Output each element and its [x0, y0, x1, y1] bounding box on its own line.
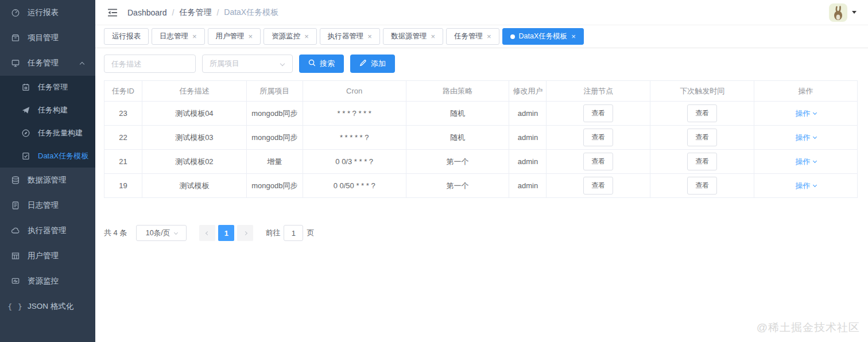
- cell-route: 随机: [406, 102, 509, 126]
- sidebar-subitem-task-batch-build[interactable]: 任务批量构建: [0, 122, 95, 145]
- view-trigger-button[interactable]: 查看: [687, 129, 717, 146]
- action-dropdown[interactable]: 操作: [796, 157, 816, 167]
- breadcrumb-separator: /: [172, 8, 175, 17]
- breadcrumb-task-mgmt[interactable]: 任务管理: [179, 7, 211, 18]
- task-template-table: 任务ID 任务描述 所属项目 Cron 路由策略 修改用户 注册节点 下次触发时…: [104, 80, 858, 198]
- caret-down-icon: [852, 11, 857, 14]
- goto-label: 前往: [265, 228, 280, 238]
- sidebar-item-executor-mgmt[interactable]: 执行器管理: [0, 218, 95, 243]
- page-unit-label: 页: [307, 228, 314, 238]
- col-route-strategy: 路由策略: [406, 81, 509, 102]
- sidebar-item-datasource-mgmt[interactable]: 数据源管理: [0, 168, 95, 193]
- view-nodes-button[interactable]: 查看: [583, 129, 613, 146]
- table-header-row: 任务ID 任务描述 所属项目 Cron 路由策略 修改用户 注册节点 下次触发时…: [104, 81, 858, 102]
- breadcrumb-current: DataX任务模板: [224, 7, 278, 18]
- chevron-down-icon: [174, 230, 178, 234]
- close-icon[interactable]: ×: [571, 33, 576, 40]
- view-trigger-button[interactable]: 查看: [687, 177, 717, 195]
- close-icon[interactable]: ×: [304, 33, 309, 40]
- search-button[interactable]: 搜索: [299, 55, 344, 73]
- goto-page-input[interactable]: [284, 225, 303, 241]
- sidebar-item-task-mgmt[interactable]: 任务管理: [0, 50, 95, 76]
- sidebar-item-log-mgmt[interactable]: 日志管理: [0, 193, 95, 218]
- cell-task-id: 23: [104, 102, 142, 126]
- tab-datasource-mgmt[interactable]: 数据源管理 ×: [383, 28, 443, 45]
- doc-check-icon: [21, 151, 30, 161]
- tab-user-mgmt[interactable]: 用户管理 ×: [208, 28, 261, 45]
- braces-icon: { }: [10, 302, 20, 312]
- col-cron: Cron: [303, 81, 406, 102]
- tab-label: 任务管理: [454, 32, 483, 41]
- table-row: 21 测试模板02 增量 0 0/3 * * * ? 第一个 admin 查看 …: [104, 150, 858, 174]
- resource-monitor-icon: [10, 277, 20, 286]
- tab-executor-mgmt[interactable]: 执行器管理 ×: [320, 28, 380, 45]
- page-number-1[interactable]: 1: [218, 225, 234, 241]
- view-nodes-button[interactable]: 查看: [583, 104, 613, 122]
- tab-resource-monitor[interactable]: 资源监控 ×: [264, 28, 317, 45]
- tab-run-report[interactable]: 运行报表: [104, 28, 149, 45]
- action-dropdown[interactable]: 操作: [796, 133, 816, 143]
- user-menu[interactable]: [829, 3, 857, 22]
- sidebar-item-label: 项目管理: [28, 33, 59, 43]
- sidebar-item-label: DataX任务模板: [38, 151, 88, 161]
- cell-task-desc: 测试模板: [142, 174, 246, 198]
- chevron-right-icon: [243, 231, 247, 235]
- compass-icon: [21, 129, 30, 138]
- cell-project: mongodb同步: [246, 102, 303, 126]
- chevron-up-icon: [80, 59, 84, 68]
- cell-user: admin: [509, 126, 547, 150]
- sidebar-item-json-format[interactable]: { } JSON 格式化: [0, 294, 95, 319]
- user-avatar[interactable]: [829, 3, 847, 22]
- view-trigger-button[interactable]: 查看: [687, 153, 717, 170]
- active-tab-dot: [510, 34, 515, 39]
- close-icon[interactable]: ×: [192, 33, 197, 40]
- sidebar-subitem-task-mgmt[interactable]: 任务管理: [0, 76, 95, 99]
- chevron-down-icon: [813, 183, 817, 187]
- table-row: 23 测试模板04 mongodb同步 * * * ? * * * 随机 adm…: [104, 102, 858, 126]
- sidebar-item-resource-monitor[interactable]: 资源监控: [0, 269, 95, 294]
- search-button-label: 搜索: [320, 59, 335, 69]
- sidebar-subitem-task-build[interactable]: 任务构建: [0, 99, 95, 122]
- col-registered-nodes: 注册节点: [547, 81, 650, 102]
- col-project: 所属项目: [246, 81, 303, 102]
- close-icon[interactable]: ×: [249, 33, 253, 40]
- cell-task-id: 19: [104, 174, 142, 198]
- view-nodes-button[interactable]: 查看: [583, 153, 613, 170]
- sidebar-item-label: 任务批量构建: [38, 128, 83, 138]
- pencil-icon: [359, 59, 367, 68]
- next-page-button[interactable]: [237, 225, 253, 241]
- top-header: Dashboard / 任务管理 / DataX任务模板: [95, 0, 868, 25]
- sidebar-subitem-datax-template[interactable]: DataX任务模板: [0, 145, 95, 168]
- tab-label: 日志管理: [160, 32, 188, 41]
- table-row: 19 测试模板 mongodb同步 0 0/50 * * * ? 第一个 adm…: [104, 174, 858, 198]
- task-desc-input[interactable]: [104, 55, 196, 73]
- breadcrumb-dashboard[interactable]: Dashboard: [127, 8, 167, 17]
- cloud-icon: [10, 226, 20, 236]
- close-icon[interactable]: ×: [487, 33, 491, 40]
- sidebar-item-project-mgmt[interactable]: 项目管理: [0, 25, 95, 50]
- close-icon[interactable]: ×: [431, 33, 435, 40]
- project-select[interactable]: 所属项目: [202, 55, 293, 73]
- cell-route: 第一个: [406, 174, 509, 198]
- sidebar-item-label: 日志管理: [28, 200, 59, 211]
- sidebar-item-run-report[interactable]: 运行报表: [0, 0, 95, 25]
- action-dropdown[interactable]: 操作: [796, 181, 816, 191]
- sidebar-item-user-mgmt[interactable]: 用户管理: [0, 243, 95, 269]
- view-nodes-button[interactable]: 查看: [583, 177, 613, 195]
- sidebar-item-label: 数据源管理: [28, 175, 67, 185]
- prev-page-button[interactable]: [199, 225, 215, 241]
- tab-task-mgmt[interactable]: 任务管理 ×: [446, 28, 499, 45]
- tab-log-mgmt[interactable]: 日志管理 ×: [152, 28, 205, 45]
- add-button[interactable]: 添加: [350, 55, 395, 73]
- tab-datax-template[interactable]: DataX任务模板 ×: [502, 28, 584, 45]
- close-icon[interactable]: ×: [367, 33, 372, 40]
- tags-view-bar: 运行报表 日志管理 × 用户管理 × 资源监控 × 执行器管理 × 数据源管理 …: [95, 25, 868, 48]
- sidebar-fold-icon[interactable]: [107, 7, 118, 18]
- action-dropdown[interactable]: 操作: [796, 108, 816, 119]
- col-actions: 操作: [754, 81, 858, 102]
- col-task-desc: 任务描述: [142, 81, 246, 102]
- page-size-select[interactable]: 10条/页: [136, 225, 187, 241]
- view-trigger-button[interactable]: 查看: [687, 104, 717, 122]
- gauge-icon: [10, 8, 20, 18]
- cell-route: 随机: [406, 126, 509, 150]
